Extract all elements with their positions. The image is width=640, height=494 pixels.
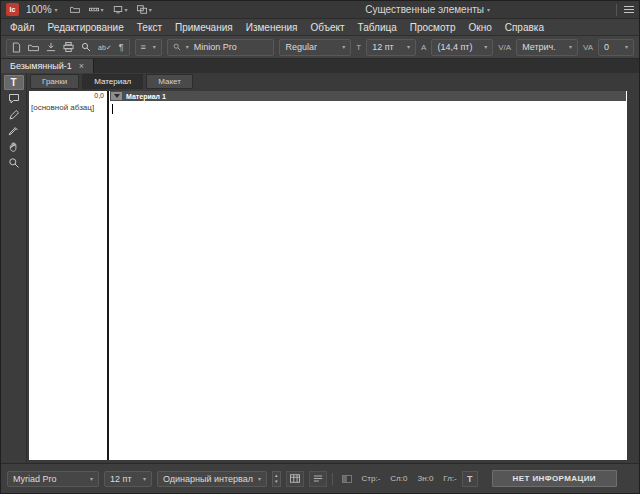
paragraph-style-label: [основной абзац] (31, 103, 94, 112)
tracking-icon: VA (583, 43, 593, 52)
line-spacing-combo[interactable]: Одинарный интервал▾ (157, 471, 267, 487)
chevron-down-icon: ▾ (90, 476, 93, 482)
lines-icon[interactable] (309, 471, 327, 487)
kerning-icon: V/A (498, 43, 511, 52)
menu-edit[interactable]: Редактирование (48, 22, 124, 33)
statusbar: Myriad Pro▾ 12 пт▾ Одинарный интервал▾ ▴… (1, 463, 639, 493)
file-actions-group: ab✓ ¶ (6, 39, 130, 56)
tools-panel: T (1, 73, 27, 463)
tab-layout[interactable]: Макет (146, 74, 193, 89)
status-font-family-combo[interactable]: Myriad Pro▾ (7, 471, 99, 487)
panel-menu-icon[interactable] (624, 5, 634, 14)
menu-object[interactable]: Объект (311, 22, 345, 33)
view-lines-group[interactable]: ≡ ▾ (135, 39, 162, 56)
close-icon[interactable]: × (79, 62, 84, 71)
characters-counter: Зн:0 (417, 474, 433, 483)
note-tool[interactable] (4, 91, 24, 106)
line-spacing-stepper[interactable]: ▴▾ (272, 471, 281, 487)
zoom-level-select[interactable]: 100%▾ (26, 4, 58, 15)
leading-icon: A (421, 43, 426, 52)
chevron-down-icon: ▾ (101, 7, 104, 13)
document-tab[interactable]: Безымянный-1 × (1, 59, 94, 73)
font-family-combo[interactable]: ▾ Minion Pro (167, 39, 275, 56)
app-logo-icon: Ic (6, 3, 19, 16)
tab-galley[interactable]: Гранки (30, 74, 79, 89)
tracking-combo[interactable]: 0▾ (598, 39, 634, 56)
font-size-combo[interactable]: 12 пт▾ (366, 39, 416, 56)
editor-canvas: 0,0 [основной абзац] Материал 1 (27, 90, 639, 463)
text-cursor (112, 104, 113, 114)
kerning-combo[interactable]: Метрич.▾ (516, 39, 578, 56)
view-options-icon[interactable]: ▾ (89, 5, 104, 14)
spellcheck-icon[interactable]: ab✓ (98, 44, 112, 51)
depth-counter: Гл:- (443, 474, 456, 483)
story-bar: Материал 1 (110, 91, 626, 101)
work-area: Гранки Материал Макет 0,0 [основной абза… (27, 73, 639, 463)
eyedropper-tool[interactable] (4, 123, 24, 138)
chevron-down-icon: ▾ (153, 44, 156, 50)
search-icon[interactable] (81, 42, 91, 52)
menu-help[interactable]: Справка (505, 22, 544, 33)
leading-combo[interactable]: (14,4 пт)▾ (431, 39, 493, 56)
hidden-characters-icon[interactable]: ¶ (119, 43, 124, 52)
pencil-tool[interactable] (4, 107, 24, 122)
arrange-documents-icon[interactable]: ▾ (137, 5, 152, 14)
font-size-icon: T (356, 43, 361, 52)
chevron-down-icon: ▾ (484, 44, 487, 50)
menu-window[interactable]: Окно (468, 22, 491, 33)
bridge-icon[interactable] (70, 5, 80, 14)
view-tabs: Гранки Материал Макет (27, 73, 639, 90)
chevron-down-icon: ▾ (149, 7, 152, 13)
workspace-switcher[interactable]: Существенные элементы▾ (365, 4, 490, 15)
tab-story[interactable]: Материал (82, 74, 143, 89)
screen-mode-icon[interactable]: ▾ (113, 5, 128, 14)
separator (616, 4, 617, 16)
separator (332, 473, 333, 485)
overset-text-icon: T (462, 471, 478, 487)
story-editor[interactable]: Материал 1 (109, 91, 627, 460)
chevron-down-icon: ▾ (625, 44, 628, 50)
print-icon[interactable] (63, 42, 74, 52)
story-title: Материал 1 (126, 93, 166, 100)
open-icon[interactable] (28, 43, 39, 52)
menu-changes[interactable]: Изменения (246, 22, 298, 33)
menu-table[interactable]: Таблица (358, 22, 397, 33)
table-icon[interactable] (286, 471, 304, 487)
chevron-down-icon: ▾ (342, 44, 345, 50)
menu-file[interactable]: Файл (10, 22, 35, 33)
save-icon[interactable] (46, 42, 56, 52)
font-style-combo[interactable]: Regular▾ (279, 39, 351, 56)
menubar: Файл Редактирование Текст Примечания Изм… (1, 19, 639, 36)
style-column: 0,0 [основной абзац] (29, 91, 107, 460)
collapse-story-icon[interactable] (111, 92, 122, 100)
document-tab-bar: Безымянный-1 × (1, 59, 639, 73)
chevron-down-icon: ▾ (143, 476, 146, 482)
menu-view[interactable]: Просмотр (410, 22, 456, 33)
new-document-icon[interactable] (12, 42, 21, 53)
no-information-status: НЕТ ИНФОРМАЦИИ (492, 470, 617, 487)
document-tab-title: Безымянный-1 (10, 61, 72, 71)
search-icon (173, 43, 181, 51)
chevron-down-icon: ▾ (258, 476, 261, 482)
chevron-down-icon: ▾ (487, 7, 490, 13)
view-lines-icon: ≡ (141, 43, 146, 52)
chevron-down-icon: ▾ (407, 44, 410, 50)
copyfit-progress-icon (342, 475, 352, 483)
chevron-down-icon: ▾ (569, 44, 572, 50)
titlebar: Ic 100%▾ ▾ ▾ ▾ Существенные элементы▾ (1, 1, 639, 19)
zoom-tool[interactable] (4, 155, 24, 170)
paper: 0,0 [основной абзац] Материал 1 (29, 91, 627, 460)
appbar-icons: ▾ ▾ ▾ (70, 5, 152, 14)
menu-type[interactable]: Текст (137, 22, 162, 33)
incopy-window: Ic 100%▾ ▾ ▾ ▾ Существенные элементы▾ (0, 0, 640, 494)
main-area: T Гранки Материал Макет (1, 73, 639, 463)
status-font-size-combo[interactable]: 12 пт▾ (104, 471, 152, 487)
hand-tool[interactable] (4, 139, 24, 154)
copyfit-info: Стр:- Сл:0 Зн:0 Гл:- (342, 474, 457, 483)
type-tool[interactable]: T (4, 75, 24, 90)
lines-counter: Стр:- (362, 474, 381, 483)
chevron-down-icon: ▾ (125, 7, 128, 13)
menu-notes[interactable]: Примечания (175, 22, 233, 33)
control-toolbar: ab✓ ¶ ≡ ▾ ▾ Minion Pro Regular▾ T 12 пт▾… (1, 36, 639, 59)
depth-marker: 0,0 (94, 92, 104, 99)
